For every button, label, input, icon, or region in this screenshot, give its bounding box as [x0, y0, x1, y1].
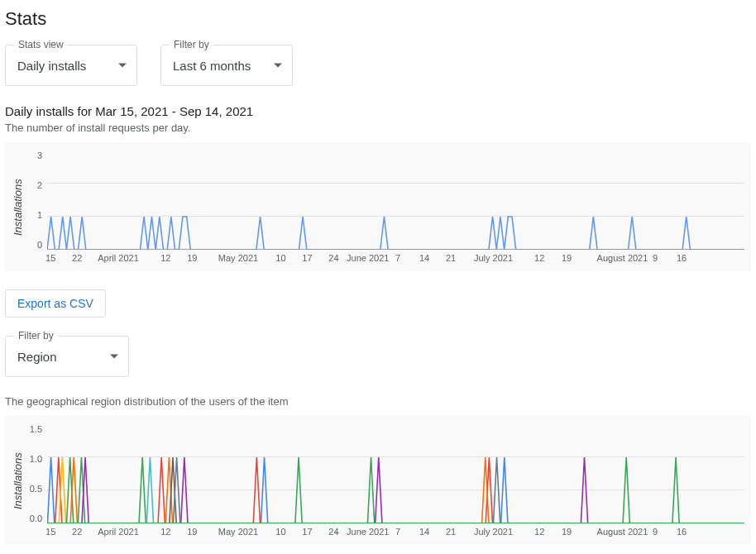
- chart1-title: Daily installs for Mar 15, 2021 - Sep 14…: [5, 104, 751, 118]
- chart2-container: Installations 1.51.00.50.0 1522April 202…: [5, 416, 751, 545]
- stats-view-label: Stats view: [14, 39, 68, 50]
- stats-view-select[interactable]: Stats view Daily installs: [5, 45, 137, 86]
- chevron-down-icon: [274, 64, 282, 68]
- chart1-plot: [47, 150, 744, 250]
- filter-region-value: Region: [17, 350, 57, 364]
- stats-view-value: Daily installs: [17, 59, 86, 73]
- chart2-y-label: Installations: [12, 424, 24, 538]
- chart1-x-ticks: 1522April 20211219May 2021101724June 202…: [47, 253, 744, 265]
- chart1-y-label: Installations: [12, 150, 24, 265]
- filter-time-label: Filter by: [170, 39, 213, 50]
- page-title: Stats: [5, 8, 751, 30]
- controls-row-top: Stats view Daily installs Filter by Last…: [5, 45, 751, 86]
- chart1-y-ticks: 3210: [27, 150, 47, 250]
- export-csv-button[interactable]: Export as CSV: [5, 289, 106, 318]
- chart1-subtitle: The number of install requests per day.: [5, 122, 751, 134]
- chart1-container: Installations 3210 1522April 20211219May…: [5, 142, 751, 271]
- chart2-x-ticks: 1522April 20211219May 2021101724June 202…: [47, 527, 744, 538]
- filter-time-select[interactable]: Filter by Last 6 months: [160, 45, 293, 86]
- filter-region-label: Filter by: [14, 330, 58, 341]
- chart2-subtitle: The geographical region distribution of …: [5, 395, 751, 408]
- chart2-plot: [47, 424, 744, 523]
- chart2-y-ticks: 1.51.00.50.0: [27, 424, 47, 523]
- filter-time-value: Last 6 months: [173, 59, 251, 73]
- chevron-down-icon: [118, 64, 127, 68]
- chevron-down-icon: [110, 355, 118, 359]
- filter-region-select[interactable]: Filter by Region: [5, 336, 129, 377]
- controls-row-region: Filter by Region: [5, 336, 751, 377]
